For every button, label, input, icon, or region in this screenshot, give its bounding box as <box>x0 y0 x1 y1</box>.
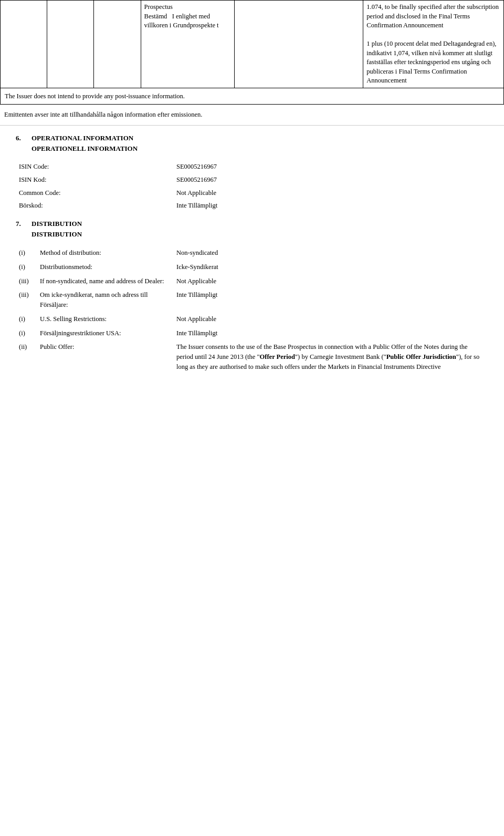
table-cell-4: Prospectus Bestämd I enlighet med villko… <box>141 1 234 88</box>
prospectus-label: Prospectus <box>144 3 173 11</box>
section6-titles: OPERATIONAL INFORMATION OPERATIONELL INF… <box>32 134 138 158</box>
table-row: (ii) Public Offer: The Issuer consents t… <box>16 340 488 374</box>
table-row: ISIN Code: SE0005216967 <box>16 160 488 173</box>
table-row: (iii) If non-syndicated, name and addres… <box>16 274 488 288</box>
s7-value-3: Inte Tillämpligt <box>173 288 488 312</box>
s7-label-6: Public Offer: <box>37 340 173 374</box>
section7-subtitle: DISTRIBUTION <box>32 230 82 239</box>
section7-header: 7. DISTRIBUTION DISTRIBUTION <box>16 212 488 246</box>
s6-value-2: Not Applicable <box>173 187 488 200</box>
s7-value-2: Not Applicable <box>173 274 488 288</box>
s6-label-2: Common Code: <box>16 187 173 200</box>
s7-num-2: (iii) <box>16 274 37 288</box>
s7-label-5: Försäljningsrestriktioner USA: <box>37 326 173 340</box>
section6-table: ISIN Code: SE0005216967 ISIN Kod: SE0005… <box>16 160 488 212</box>
table-cell-2 <box>47 1 94 88</box>
main-content: 6. OPERATIONAL INFORMATION OPERATIONELL … <box>0 126 504 374</box>
s7-num-1: (i) <box>16 260 37 274</box>
s7-num-6: (ii) <box>16 340 37 374</box>
s7-num-4: (i) <box>16 312 37 326</box>
s7-label-4: U.S. Selling Restrictions: <box>37 312 173 326</box>
s7-num-5: (i) <box>16 326 37 340</box>
table-cell-6: 1.074, to be finally specified after the… <box>363 1 504 88</box>
table-row: (iii) Om icke-syndikerat, namn och adres… <box>16 288 488 312</box>
s7-value-5: Inte Tillämpligt <box>173 326 488 340</box>
s7-value-6: The Issuer consents to the use of the Ba… <box>173 340 488 374</box>
page: Prospectus Bestämd I enlighet med villko… <box>0 0 504 374</box>
s7-value-4: Not Applicable <box>173 312 488 326</box>
table-row: Common Code: Not Applicable <box>16 187 488 200</box>
top-table: Prospectus Bestämd I enlighet med villko… <box>0 0 504 88</box>
emittenten-note: Emittenten avser inte att tillhandahålla… <box>0 105 504 126</box>
s7-label-1: Distributionsmetod: <box>37 260 173 274</box>
section7-number: 7. <box>16 220 32 244</box>
table-row: (i) Method of distribution: Non-syndicat… <box>16 246 488 260</box>
s6-value-1: SE0005216967 <box>173 173 488 187</box>
table-cell-3 <box>94 1 141 88</box>
table-row: Börskod: Inte Tillämpligt <box>16 199 488 212</box>
table-cell-5 <box>235 1 363 88</box>
s6-label-1: ISIN Kod: <box>16 173 173 187</box>
issuer-note: The Issuer does not intend to provide an… <box>0 88 504 105</box>
s7-value-1: Icke-Syndikerat <box>173 260 488 274</box>
s7-num-0: (i) <box>16 246 37 260</box>
col6-text-2: 1 plus (10 procent delat med Deltagandeg… <box>366 40 496 84</box>
s6-value-0: SE0005216967 <box>173 160 488 173</box>
bestamd-label: Bestämd I enlighet med villkoren i Grund… <box>144 13 219 29</box>
s6-value-3: Inte Tillämpligt <box>173 199 488 212</box>
s7-label-3: Om icke-syndikerat, namn och adress till… <box>37 288 173 312</box>
s7-value-0: Non-syndicated <box>173 246 488 260</box>
table-row: ISIN Kod: SE0005216967 <box>16 173 488 187</box>
table-row: (i) U.S. Selling Restrictions: Not Appli… <box>16 312 488 326</box>
section6-number: 6. <box>16 134 32 158</box>
issuer-note-text: The Issuer does not intend to provide an… <box>5 92 185 100</box>
table-row: (i) Distributionsmetod: Icke-Syndikerat <box>16 260 488 274</box>
emittenten-note-text: Emittenten avser inte att tillhandahålla… <box>4 111 202 118</box>
s7-label-0: Method of distribution: <box>37 246 173 260</box>
table-row: (i) Försäljningsrestriktioner USA: Inte … <box>16 326 488 340</box>
table-cell-1 <box>1 1 47 88</box>
s6-label-0: ISIN Code: <box>16 160 173 173</box>
s7-num-3: (iii) <box>16 288 37 312</box>
section6-header: 6. OPERATIONAL INFORMATION OPERATIONELL … <box>16 126 488 160</box>
col6-text: 1.074, to be finally specified after the… <box>366 3 499 29</box>
section6-title: OPERATIONAL INFORMATION <box>32 134 138 142</box>
section7-table: (i) Method of distribution: Non-syndicat… <box>16 246 488 374</box>
s7-label-2: If non-syndicated, name and address of D… <box>37 274 173 288</box>
section6-subtitle: OPERATIONELL INFORMATION <box>32 145 138 153</box>
section7-title: DISTRIBUTION <box>32 220 82 228</box>
s6-label-3: Börskod: <box>16 199 173 212</box>
section7-titles: DISTRIBUTION DISTRIBUTION <box>32 220 82 244</box>
